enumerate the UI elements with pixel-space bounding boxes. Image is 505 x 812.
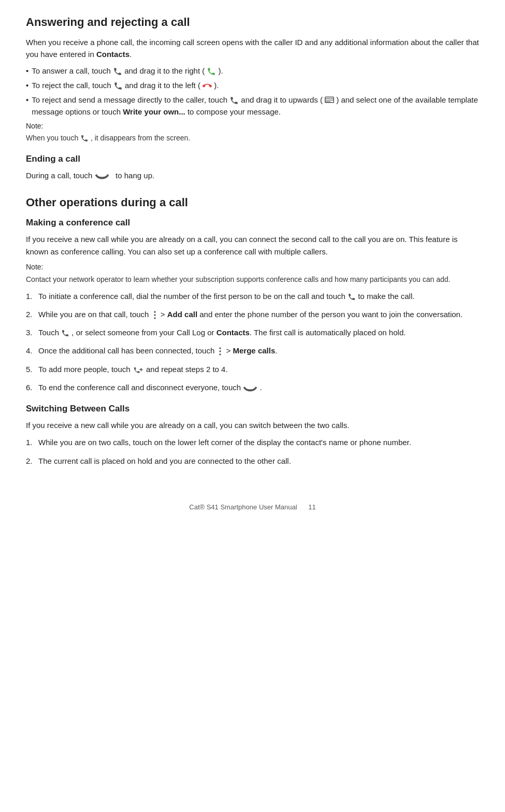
conference-note-text: Contact your network operator to learn w… [26, 274, 479, 285]
bullet-reject-message: • To reject and send a message directly … [26, 94, 479, 118]
ending-title: Ending a call [26, 154, 479, 164]
answering-intro: When you receive a phone call, the incom… [26, 36, 479, 61]
switching-text-2: The current call is placed on hold and y… [38, 455, 479, 467]
more-icon-step4 [217, 347, 224, 356]
answering-intro-bold: Contacts [96, 50, 129, 59]
step-num-3: 3. [26, 326, 35, 338]
step-text-2: While you are on that call, touch > Add … [38, 308, 479, 320]
other-operations-title: Other operations during a call [26, 196, 479, 209]
ending-text: During a call, touch to hang up. [26, 169, 479, 181]
phone-icon-step3 [61, 329, 69, 337]
bullet-reject-text: To reject the call, touch and drag it to… [32, 79, 219, 91]
step-text-1: To initiate a conference call, dial the … [38, 290, 479, 302]
conference-step-3: 3. Touch , or select someone from your C… [26, 326, 479, 338]
bullet-dot-3: • [26, 94, 28, 106]
page-number: 11 [308, 503, 315, 511]
page-content: Answering and rejecting a call When you … [26, 16, 479, 511]
svg-point-8 [220, 351, 221, 352]
switching-step-1: 1. While you are on two calls, touch on … [26, 436, 479, 448]
switching-text-1: While you are on two calls, touch on the… [38, 436, 479, 448]
add-person-icon [133, 366, 144, 374]
switching-title: Switching Between Calls [26, 404, 479, 414]
conference-step-4: 4. Once the additional call has been con… [26, 345, 479, 357]
step-text-6: To end the conference call and disconnec… [38, 381, 479, 393]
switching-num-2: 2. [26, 455, 35, 467]
message-icon [325, 96, 334, 105]
step-num-2: 2. [26, 308, 35, 320]
bullet-dot-1: • [26, 65, 28, 77]
svg-point-4 [154, 311, 155, 312]
switching-step-2: 2. The current call is placed on hold an… [26, 455, 479, 467]
svg-point-9 [220, 354, 221, 355]
phone-icon-3 [229, 96, 239, 105]
conference-step-5: 5. To add more people, touch and repeat … [26, 363, 479, 375]
bullet-answer: • To answer a call, touch and drag it to… [26, 65, 479, 77]
bullet-answer-text: To answer a call, touch and drag it to t… [32, 65, 223, 77]
other-operations-section: Other operations during a call Making a … [26, 196, 479, 466]
phone-icon-2 [113, 81, 123, 91]
answering-note-text: When you touch , it disappears from the … [26, 133, 479, 144]
step-num-6: 6. [26, 381, 35, 393]
switching-num-1: 1. [26, 436, 35, 448]
step-num-1: 1. [26, 290, 35, 302]
more-icon-step2 [151, 310, 158, 320]
step-text-3: Touch , or select someone from your Call… [38, 326, 479, 338]
conference-intro: If you receive a new call while you are … [26, 233, 479, 258]
step-num-5: 5. [26, 363, 35, 375]
svg-point-7 [220, 348, 221, 349]
answering-title: Answering and rejecting a call [26, 16, 479, 29]
step-text-5: To add more people, touch and repeat ste… [38, 363, 479, 375]
answering-note-label: Note: [26, 121, 479, 132]
phone-red-icon [200, 79, 213, 92]
end-call-icon-main [95, 172, 109, 181]
conference-step-1: 1. To initiate a conference call, dial t… [26, 290, 479, 302]
svg-point-6 [154, 317, 155, 319]
end-call-icon-step6 [243, 384, 257, 392]
ending-section: Ending a call During a call, touch to ha… [26, 154, 479, 181]
answering-intro-end: . [129, 50, 132, 59]
step-num-4: 4. [26, 345, 35, 357]
answering-intro-text: When you receive a phone call, the incom… [26, 38, 479, 59]
phone-green-icon [207, 67, 216, 76]
switching-calls-section: Switching Between Calls If you receive a… [26, 404, 479, 467]
add-call-label: Add call [167, 310, 197, 319]
conference-step-2: 2. While you are on that call, touch > A… [26, 308, 479, 320]
write-your-own-label: Write your own... [123, 107, 185, 116]
phone-icon-note [80, 134, 89, 143]
conference-note-label: Note: [26, 262, 479, 273]
conference-call-title: Making a conference call [26, 218, 479, 228]
bullet-reject: • To reject the call, touch and drag it … [26, 79, 479, 91]
phone-icon-1 [113, 67, 122, 76]
switching-intro: If you receive a new call while you are … [26, 419, 479, 431]
step-text-4: Once the additional call has been connec… [38, 345, 479, 357]
conference-step-6: 6. To end the conference call and discon… [26, 381, 479, 393]
svg-point-5 [154, 314, 155, 316]
bullet-reject-message-text: To reject and send a message directly to… [32, 94, 479, 118]
page-footer: Cat® S41 Smartphone User Manual 11 [26, 498, 479, 511]
merge-calls-label: Merge calls [233, 346, 276, 355]
bullet-dot-2: • [26, 79, 28, 91]
contacts-label-step3: Contacts [217, 328, 250, 337]
phone-icon-step1 [348, 293, 356, 301]
footer-text: Cat® S41 Smartphone User Manual [189, 503, 297, 511]
